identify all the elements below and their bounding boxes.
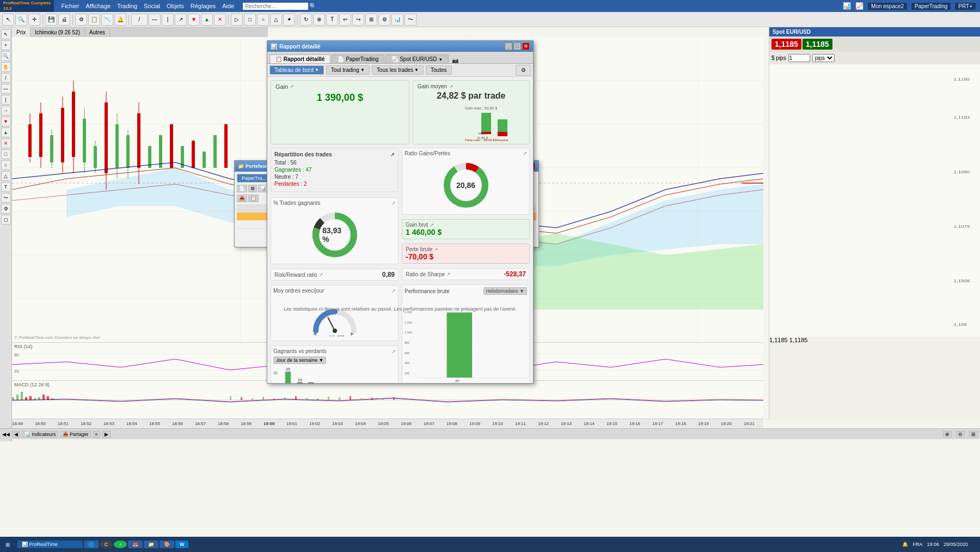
mon-espace-btn[interactable]: Mon espace2 xyxy=(868,3,907,10)
modal-maximize[interactable]: □ xyxy=(513,43,521,50)
menu-objets[interactable]: Objets xyxy=(167,3,184,9)
sidebar-text[interactable]: T xyxy=(1,182,11,192)
toolbar-btn-star[interactable]: ✦ xyxy=(283,14,295,26)
menu-affichage[interactable]: Affichage xyxy=(85,3,111,9)
toolbar-btn-rotate[interactable]: ↻ xyxy=(300,14,312,26)
taskbar-chrome[interactable]: C xyxy=(100,541,113,548)
taskbar-ie[interactable]: 🌐 xyxy=(84,541,99,548)
tab-ichimoku[interactable]: Ichimoku (9 26 52) xyxy=(30,27,85,37)
toolbar-btn-chart[interactable]: 📊 xyxy=(391,14,403,26)
sidebar-wave[interactable]: 〜 xyxy=(1,193,11,203)
menu-aide[interactable]: Aide xyxy=(222,3,234,9)
sidebar-ellipse[interactable]: ○ xyxy=(1,160,11,170)
sidebar-settings[interactable]: ⚙ xyxy=(1,204,11,214)
toolbar-btn-redo[interactable]: ↪ xyxy=(352,14,364,26)
sidebar-arrow[interactable]: → xyxy=(1,106,11,116)
subtab-toutes[interactable]: Toutes xyxy=(426,65,451,75)
toolbar-btn-ellipse[interactable]: ○ xyxy=(257,14,269,26)
subtab-all-trading[interactable]: Tout trading ▼ xyxy=(326,65,370,75)
toolbar-btn-4[interactable]: 🔔 xyxy=(114,14,126,26)
toolbar-btn-hline[interactable]: — xyxy=(149,14,161,26)
pf-btn2[interactable]: ⚙ xyxy=(248,185,257,192)
taskbar-explorer[interactable]: 📁 xyxy=(144,541,158,548)
toolbar-btn-fib[interactable]: ▷ xyxy=(231,14,243,26)
modal-tab-paper[interactable]: 📄 PaperTrading xyxy=(332,54,384,63)
nav-next[interactable]: ▶ xyxy=(102,431,111,438)
start-button[interactable]: ⊞ xyxy=(0,537,15,552)
subtab-dashboard[interactable]: Tableau de bord ▼ xyxy=(270,65,324,75)
pf-btn1[interactable]: 📄 xyxy=(237,185,247,192)
toolbar-btn-vline[interactable]: | xyxy=(162,14,174,26)
modal-minimize[interactable]: _ xyxy=(505,43,512,50)
taskbar-spotify[interactable]: ♪ xyxy=(114,541,127,548)
hebdomadaire-selector[interactable]: Hebdomadaire ▼ xyxy=(483,287,527,295)
taskbar-paint[interactable]: 🎨 xyxy=(160,541,174,548)
toolbar-btn-magnet[interactable]: ⊕ xyxy=(313,14,325,26)
toolbar-btn-save[interactable]: 💾 xyxy=(45,14,57,26)
toolbar-btn-cursor[interactable]: ↖ xyxy=(2,14,14,26)
modal-tab-rapport[interactable]: 📋 Rapport détaillé xyxy=(270,54,330,63)
toolbar-btn-triangle[interactable]: △ xyxy=(270,14,282,26)
sidebar-line1[interactable]: / xyxy=(1,73,11,83)
sidebar-hand[interactable]: ✋ xyxy=(1,62,11,72)
modal-action-btn[interactable]: ⚙ xyxy=(516,65,531,76)
nav-partager[interactable]: 📤 Partager xyxy=(60,431,91,438)
toolbar-btn-rect[interactable]: □ xyxy=(244,14,256,26)
nav-more[interactable]: » xyxy=(93,431,100,438)
toolbar-btn-settings[interactable]: ⚙ xyxy=(378,14,390,26)
zoom-out-btn[interactable]: ⊖ xyxy=(956,431,965,438)
toolbar-btn-2[interactable]: 📋 xyxy=(88,14,100,26)
toolbar-btn-zoom[interactable]: 🔍 xyxy=(15,14,27,26)
sidebar-triangle[interactable]: △ xyxy=(1,171,11,181)
toolbar-btn-arrow[interactable]: ↗ xyxy=(175,14,187,26)
menu-trading[interactable]: Trading xyxy=(117,3,137,9)
toolbar-btn-line[interactable]: / xyxy=(131,14,148,26)
pf-btn6[interactable]: 📋 xyxy=(248,195,259,202)
nav-indicators[interactable]: 📊 Indicateurs xyxy=(22,431,58,438)
sidebar-eraser[interactable]: ◻ xyxy=(1,215,11,225)
toolbar-btn-1[interactable]: ⚙ xyxy=(75,14,87,26)
toolbar-btn-text[interactable]: T xyxy=(326,14,338,26)
toolbar-btn-undo[interactable]: ↩ xyxy=(339,14,351,26)
sidebar-rect[interactable]: □ xyxy=(1,149,11,159)
modal-tab-spot[interactable]: 📈 Spot EUR/USD ▼ xyxy=(385,54,449,63)
taskbar-cmd[interactable]: W xyxy=(175,541,188,548)
sidebar-line2[interactable]: — xyxy=(1,84,11,94)
zoom-fit-btn[interactable]: ⊞ xyxy=(969,431,978,438)
tab-prix[interactable]: Prix xyxy=(12,27,30,37)
subtab-all-trades[interactable]: Tous les trades ▼ xyxy=(372,65,424,75)
papertrading-btn[interactable]: PaperTrading xyxy=(911,3,951,10)
pf-btn5[interactable]: 📤 xyxy=(237,195,247,202)
toolbar-btn-print[interactable]: 🖨 xyxy=(58,14,70,26)
taskbar-firefox[interactable]: 🦊 xyxy=(128,541,143,548)
toolbar-btn-up-arrow[interactable]: ▲ xyxy=(201,14,213,26)
menu-reglages[interactable]: Réglages xyxy=(191,3,216,9)
pip-input[interactable] xyxy=(788,54,810,62)
sidebar-line3[interactable]: | xyxy=(1,95,11,105)
tab-camera-icon[interactable]: 📷 xyxy=(452,57,458,63)
sidebar-zoom[interactable]: 🔍 xyxy=(1,51,11,61)
menu-social[interactable]: Social xyxy=(144,3,160,9)
search-input[interactable] xyxy=(243,3,308,10)
pips-dropdown[interactable]: pips xyxy=(812,54,835,62)
tab-autres[interactable]: Autres xyxy=(85,27,110,37)
toolbar-btn-zoom-in[interactable]: ⊞ xyxy=(365,14,377,26)
toolbar-btn-3[interactable]: 📉 xyxy=(101,14,113,26)
taskbar-proreal[interactable]: 📊 ProRealTime xyxy=(17,541,83,548)
app-logo[interactable]: ProRealTime Complete 10.3 xyxy=(0,0,54,13)
jour-semaine-selector[interactable]: Jour de la semaine ▼ xyxy=(273,356,326,364)
toolbar-btn-indicator[interactable]: 〜 xyxy=(405,14,416,26)
toolbar-btn-cross[interactable]: ✛ xyxy=(28,14,40,26)
sidebar-x[interactable]: ✕ xyxy=(1,138,11,148)
nav-prev[interactable]: ◀ xyxy=(12,431,20,438)
prt-plus-btn[interactable]: PRT+ xyxy=(955,3,976,10)
zoom-in-btn[interactable]: ⊕ xyxy=(943,431,952,438)
toolbar-btn-down-arrow[interactable]: ▼ xyxy=(188,14,200,26)
toolbar-btn-x[interactable]: ✕ xyxy=(214,14,226,26)
sidebar-pointer[interactable]: ↖ xyxy=(1,29,11,39)
pf-tab-active[interactable]: PaperTra... xyxy=(237,174,271,183)
menu-fichier[interactable]: Fichier xyxy=(61,3,79,9)
sidebar-up[interactable]: ▲ xyxy=(1,128,11,137)
modal-close[interactable]: ✕ xyxy=(522,43,530,50)
sidebar-down[interactable]: ▼ xyxy=(1,117,11,126)
